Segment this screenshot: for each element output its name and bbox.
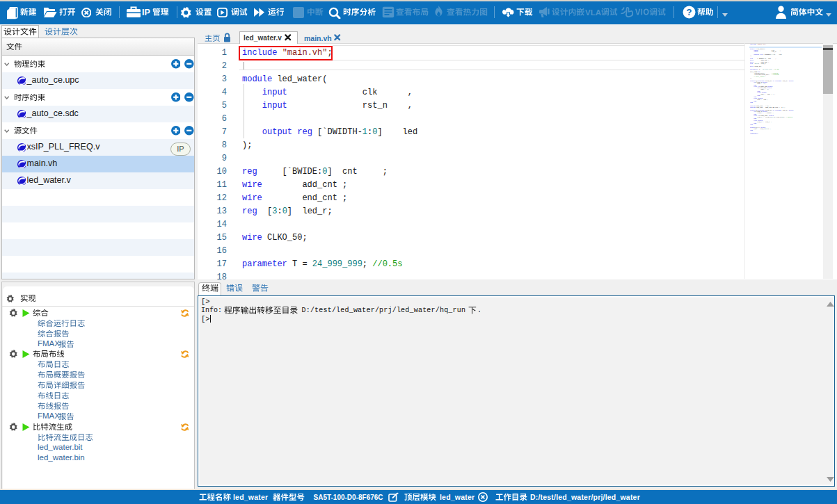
svg-text:?: ?: [687, 7, 692, 17]
